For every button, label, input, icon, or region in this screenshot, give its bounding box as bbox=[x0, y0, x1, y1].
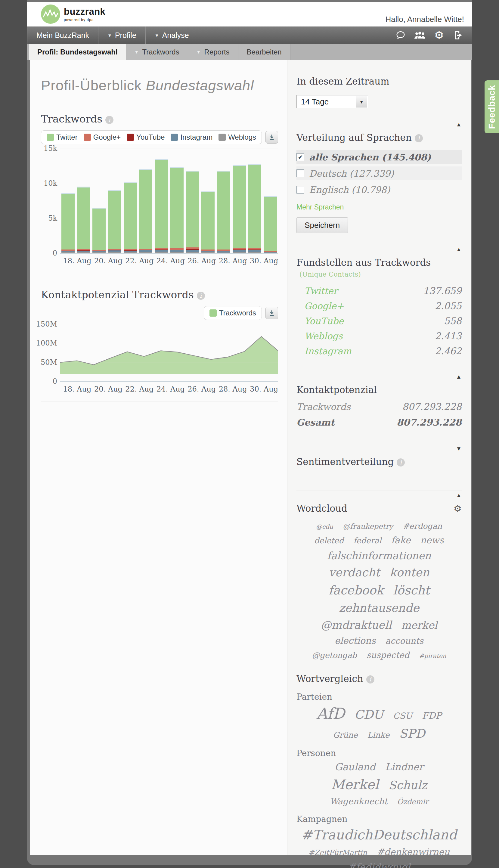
cloud-word[interactable]: #TraudichDeutschland bbox=[301, 827, 457, 842]
language-option-label[interactable]: Deutsch (127.339) bbox=[309, 168, 394, 179]
bar-29[interactable] bbox=[248, 164, 261, 253]
bar-24[interactable] bbox=[170, 167, 184, 253]
checkbox-unchecked[interactable] bbox=[296, 169, 304, 177]
cloud-word[interactable]: #ZeitFürMartin bbox=[308, 848, 367, 857]
area-series bbox=[60, 324, 278, 374]
cloud-word[interactable]: deleted bbox=[314, 536, 344, 545]
cloud-word[interactable]: Lindner bbox=[385, 761, 424, 773]
bar-17[interactable] bbox=[61, 193, 75, 253]
bar-26[interactable] bbox=[201, 192, 215, 253]
checkbox-unchecked[interactable] bbox=[296, 186, 304, 194]
info-icon[interactable]: i bbox=[105, 116, 113, 124]
cloud-word[interactable]: falschinformationen bbox=[327, 550, 431, 562]
wortvergleich-title: Wortvergleichi bbox=[296, 673, 462, 684]
cloud-word[interactable]: AfD bbox=[317, 705, 345, 722]
info-icon[interactable]: i bbox=[366, 675, 374, 684]
tab-trackwords[interactable]: ▼Trackwords bbox=[126, 44, 188, 60]
channel-label[interactable]: Weblogs bbox=[304, 331, 343, 341]
save-button[interactable]: Speichern bbox=[296, 217, 348, 233]
legend-item-twitter[interactable]: Twitter bbox=[47, 133, 78, 142]
legend-item-youtube[interactable]: YouTube bbox=[127, 133, 165, 142]
feedback-tab[interactable]: Feedback bbox=[485, 81, 499, 133]
cloud-word[interactable]: Linke bbox=[367, 731, 389, 739]
bar-28[interactable] bbox=[233, 165, 246, 253]
app-container: buzzrank powered by dpa Hallo, Annabelle… bbox=[27, 0, 472, 865]
cloud-word[interactable]: fake bbox=[391, 535, 411, 545]
legend-item-instagram[interactable]: Instagram bbox=[171, 133, 212, 142]
logo-subtitle: powered by dpa bbox=[64, 18, 105, 22]
cloud-word[interactable]: CDU bbox=[354, 708, 384, 721]
cloud-word[interactable]: löscht bbox=[393, 583, 430, 597]
cloud-word[interactable]: news bbox=[421, 535, 444, 545]
legend-item-google[interactable]: Google+ bbox=[84, 133, 121, 142]
nav-item-profile[interactable]: ▼Profile bbox=[98, 26, 146, 44]
cloud-word[interactable]: federal bbox=[353, 536, 381, 545]
cloud-word[interactable]: #erdogan bbox=[403, 522, 442, 530]
tab-profil-bundestagswahl[interactable]: Profil: Bundestagswahl bbox=[29, 44, 126, 60]
cloud-word[interactable]: facebook bbox=[328, 583, 384, 597]
bar-23[interactable] bbox=[155, 159, 168, 253]
channel-label[interactable]: YouTube bbox=[304, 316, 344, 326]
cloud-word[interactable]: FDP bbox=[422, 710, 441, 721]
download-chart-button[interactable] bbox=[266, 307, 278, 319]
bar-30[interactable] bbox=[264, 196, 277, 253]
cloud-word[interactable]: suspected bbox=[367, 650, 410, 660]
cloud-word[interactable]: Grüne bbox=[333, 731, 357, 739]
cloud-word[interactable]: CSU bbox=[393, 711, 412, 721]
gear-icon[interactable]: ⚙ bbox=[434, 29, 445, 41]
language-option-label[interactable]: alle Sprachen (145.408) bbox=[309, 152, 431, 162]
cloud-word[interactable]: zehntausende bbox=[339, 601, 419, 614]
cloud-word[interactable]: elections bbox=[335, 635, 376, 646]
collapse-arrow-icon[interactable]: ▲ bbox=[456, 121, 462, 127]
checkbox-checked[interactable]: ✔ bbox=[296, 153, 304, 161]
cloud-word[interactable]: Özdemir bbox=[397, 797, 429, 806]
cloud-word[interactable]: #denkenwirneu bbox=[377, 847, 450, 857]
bar-18[interactable] bbox=[77, 187, 90, 253]
channel-label[interactable]: Instagram bbox=[304, 346, 351, 356]
cloud-word[interactable]: @fraukepetry bbox=[343, 522, 393, 530]
wordcloud-settings-gear-icon[interactable]: ⚙ bbox=[453, 503, 462, 514]
cloud-word[interactable]: Schulz bbox=[389, 779, 427, 792]
zeitraum-select[interactable]: 14 Tage ▼ bbox=[296, 95, 368, 108]
tab-reports[interactable]: ▼Reports bbox=[188, 44, 239, 60]
cloud-word[interactable]: SPD bbox=[399, 726, 425, 741]
tab-bearbeiten[interactable]: Bearbeiten bbox=[239, 44, 290, 60]
cloud-word[interactable]: Merkel bbox=[331, 777, 379, 792]
download-chart-button[interactable] bbox=[266, 131, 278, 144]
legend-item-weblogs[interactable]: Weblogs bbox=[219, 133, 256, 142]
bar-19[interactable] bbox=[93, 208, 106, 253]
language-option-label[interactable]: Englisch (10.798) bbox=[309, 184, 390, 195]
cloud-word[interactable]: merkel bbox=[401, 619, 437, 631]
cloud-word[interactable]: verdacht bbox=[329, 566, 380, 579]
cloud-word[interactable]: konten bbox=[389, 566, 429, 579]
cloud-word[interactable]: Wagenknecht bbox=[330, 796, 388, 806]
collapse-arrow-icon[interactable]: ▲ bbox=[456, 492, 462, 498]
buzzrank-logo[interactable]: buzzrank powered by dpa bbox=[41, 4, 105, 24]
cloud-word[interactable]: #piraten bbox=[419, 652, 446, 659]
nav-item-mein-buzzrank[interactable]: Mein BuzzRank bbox=[27, 26, 98, 44]
collapse-arrow-icon[interactable]: ▲ bbox=[456, 374, 462, 380]
x-axis-tick-label: 20. Aug bbox=[94, 257, 122, 265]
cloud-word[interactable]: @cdu bbox=[316, 523, 333, 530]
info-icon[interactable]: i bbox=[197, 292, 205, 300]
nav-item-analyse[interactable]: ▼Analyse bbox=[146, 26, 198, 44]
logout-icon[interactable] bbox=[453, 29, 464, 41]
cloud-word[interactable]: @mdraktuell bbox=[321, 619, 392, 631]
bar-22[interactable] bbox=[139, 169, 152, 253]
x-axis-tick-label: 26. Aug bbox=[187, 257, 216, 265]
users-icon[interactable] bbox=[414, 29, 426, 41]
legend-item-trackwords[interactable]: Trackwords bbox=[209, 309, 256, 317]
collapse-arrow-icon[interactable]: ▲ bbox=[456, 246, 462, 253]
cloud-word[interactable]: accounts bbox=[385, 636, 424, 646]
cloud-word[interactable]: @getongab bbox=[312, 651, 357, 660]
chat-icon[interactable] bbox=[395, 29, 406, 41]
bar-20[interactable] bbox=[108, 190, 121, 253]
cloud-word[interactable]: #fedidwgugl bbox=[348, 861, 410, 868]
cloud-word[interactable]: Gauland bbox=[335, 761, 376, 773]
channel-label[interactable]: Google+ bbox=[304, 301, 344, 311]
more-languages-link[interactable]: Mehr Sprachen bbox=[296, 203, 344, 211]
collapse-arrow-icon[interactable]: ▼ bbox=[456, 445, 462, 452]
info-icon[interactable]: i bbox=[397, 459, 405, 466]
info-icon[interactable]: i bbox=[415, 134, 423, 142]
channel-label[interactable]: Twitter bbox=[304, 286, 337, 296]
